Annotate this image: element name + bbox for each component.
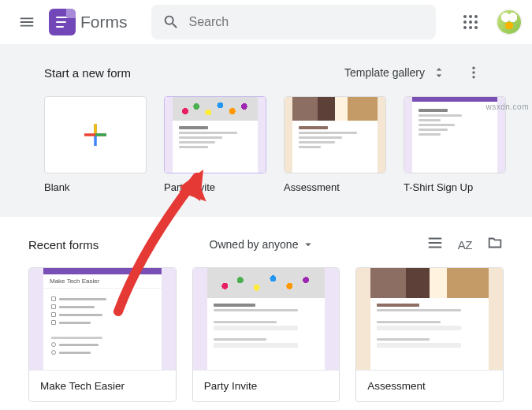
template-gallery-section: Start a new form Template gallery Blank bbox=[0, 44, 532, 217]
template-header: Start a new form Template gallery bbox=[44, 58, 488, 87]
recent-form-title: Assessment bbox=[356, 371, 503, 401]
svg-point-1 bbox=[472, 71, 474, 73]
template-gallery-button[interactable]: Template gallery bbox=[337, 60, 455, 85]
recent-form-title: Make Tech Easier bbox=[29, 371, 176, 401]
recent-row: Make Tech Easier bbox=[28, 267, 504, 402]
sort-az-button[interactable]: AZ bbox=[458, 238, 472, 252]
template-label: Assessment bbox=[284, 181, 386, 193]
apps-grid-icon bbox=[463, 15, 478, 29]
template-label: Blank bbox=[44, 181, 147, 193]
template-assessment[interactable]: Assessment bbox=[284, 96, 386, 193]
search-input[interactable] bbox=[189, 15, 426, 29]
view-controls: AZ bbox=[426, 234, 504, 255]
svg-point-0 bbox=[472, 67, 474, 69]
google-apps-button[interactable] bbox=[455, 6, 486, 38]
forms-logo-icon bbox=[49, 9, 76, 35]
dropdown-icon bbox=[301, 237, 315, 252]
template-party-invite[interactable]: Party Invite bbox=[164, 96, 266, 193]
template-row: Blank Party Invite bbox=[44, 96, 488, 193]
recent-form-card[interactable]: Party Invite bbox=[192, 267, 340, 402]
list-icon bbox=[426, 234, 444, 252]
template-thumb bbox=[284, 96, 386, 173]
app-logo-group[interactable]: Forms bbox=[49, 9, 128, 35]
more-vert-icon bbox=[466, 65, 482, 80]
template-label: T-Shirt Sign Up bbox=[404, 181, 506, 193]
recent-header: Recent forms Owned by anyone AZ bbox=[28, 234, 504, 255]
template-gallery-label: Template gallery bbox=[344, 66, 425, 79]
template-thumb bbox=[164, 96, 266, 173]
ownership-filter-button[interactable]: Owned by anyone bbox=[203, 234, 322, 255]
recent-forms-section: Recent forms Owned by anyone AZ bbox=[0, 217, 532, 402]
svg-point-2 bbox=[472, 76, 474, 78]
main-menu-button[interactable] bbox=[9, 5, 44, 39]
recent-form-card[interactable]: Make Tech Easier bbox=[28, 267, 177, 402]
start-new-form-title: Start a new form bbox=[44, 66, 131, 80]
recent-form-card[interactable]: Assessment bbox=[355, 267, 504, 402]
app-header: Forms bbox=[0, 0, 532, 44]
hamburger-icon bbox=[18, 13, 35, 31]
avatar-image bbox=[496, 9, 523, 35]
recent-form-title: Party Invite bbox=[193, 371, 340, 401]
template-more-button[interactable] bbox=[459, 58, 488, 87]
folder-icon bbox=[486, 234, 504, 252]
recent-thumb: Make Tech Easier bbox=[29, 268, 176, 371]
account-avatar[interactable] bbox=[496, 9, 523, 35]
search-bar[interactable] bbox=[151, 5, 437, 39]
template-label: Party Invite bbox=[164, 181, 266, 193]
open-folder-button[interactable] bbox=[486, 234, 504, 255]
template-blank[interactable]: Blank bbox=[44, 96, 147, 193]
template-thumb bbox=[44, 96, 147, 173]
recent-forms-title: Recent forms bbox=[28, 238, 99, 252]
plus-icon bbox=[79, 118, 112, 151]
unfold-icon bbox=[431, 65, 447, 80]
list-view-button[interactable] bbox=[426, 234, 444, 255]
search-icon bbox=[162, 13, 180, 31]
watermark-text: wsxdn.com bbox=[485, 102, 529, 111]
recent-thumb bbox=[356, 268, 503, 371]
ownership-filter-label: Owned by anyone bbox=[210, 238, 299, 251]
app-name: Forms bbox=[80, 13, 128, 32]
recent-thumb bbox=[193, 268, 340, 371]
